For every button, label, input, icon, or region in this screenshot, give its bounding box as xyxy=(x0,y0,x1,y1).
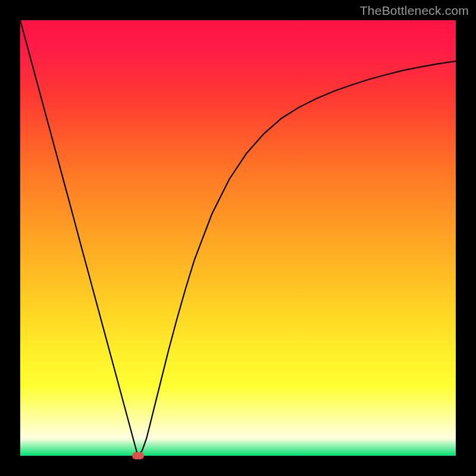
curve-path xyxy=(20,20,456,456)
minimum-marker xyxy=(132,452,144,459)
bottleneck-curve xyxy=(20,20,456,456)
watermark-text: TheBottleneck.com xyxy=(360,4,469,18)
chart-stage: TheBottleneck.com xyxy=(0,0,476,476)
